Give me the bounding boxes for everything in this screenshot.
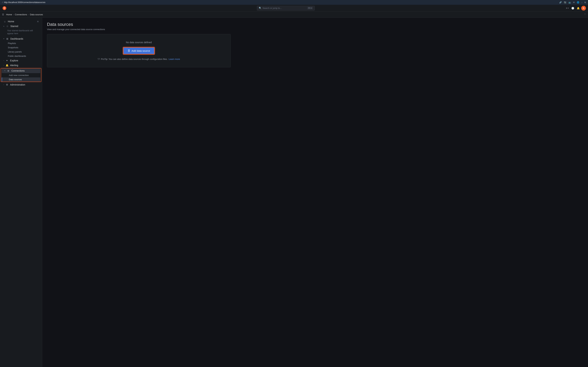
sidebar-add-connection-label: Add new connection [9,74,29,76]
sidebar-playlists-label: Playlists [8,42,16,45]
sidebar-item-explore[interactable]: › ✦ Explore [1,58,41,63]
sidebar-item-data-sources[interactable]: Data sources [2,77,40,82]
breadcrumb-connections[interactable]: Connections [15,13,27,16]
browser-url: http://localhost:3000/connections/dataso… [4,1,45,4]
administration-arrow-icon: › [3,84,4,85]
sidebar-item-dashboards[interactable]: ▾ ⊞ Dashboards [1,36,41,41]
dashboards-icon: ⊞ [6,37,9,40]
browser-bar-right: 🔗 📷 📺 ✉ 🌐 ↓ ⧉ [559,1,586,4]
sidebar-dashboards-label: Dashboards [10,37,23,40]
empty-state-text: No data sources defined [126,41,152,44]
connections-arrow-icon: ▾ [4,70,5,72]
protip-shield-icon: 🛡 [98,58,100,60]
home-toggle-icon: ⊞ [37,20,39,23]
explore-arrow-icon: › [3,59,4,61]
sidebar: ⌂ Home ⊞ ▾ ☆ Starred Your starred dashbo… [0,18,42,367]
sidebar-item-alerting[interactable]: › 🔔 Alerting [1,63,41,68]
sidebar-snapshots-label: Snapshots [8,46,18,49]
page-title: Data sources [47,22,583,27]
connections-icon: ⊕ [7,69,10,72]
starred-empty-note: Your starred dashboards will appear here [0,29,42,36]
breadcrumb-sep-2: › [28,13,29,16]
top-nav: 🔍 Search or jump to... ⌘+k + ▾ 🕐 🔔 G [0,5,588,12]
sidebar-starred-label: Starred [10,25,18,28]
main-layout: ⌂ Home ⊞ ▾ ☆ Starred Your starred dashbo… [0,18,588,367]
learn-more-link[interactable]: Learn more [169,58,180,60]
browser-icon-2: 📷 [564,1,566,4]
add-button[interactable]: + ▾ [565,6,570,10]
sidebar-connections-section: ▾ ⊕ Connections Add new connection Data … [1,68,41,82]
notification-button[interactable]: 🔔 [576,6,580,10]
empty-state-card: No data sources defined 🗄 Add data sourc… [47,34,231,67]
search-shortcut: ⌘+k [307,7,313,9]
menu-icon[interactable]: ☰ [2,13,4,16]
page-subtitle: View and manage your connected data sour… [47,28,583,31]
sidebar-item-playlists[interactable]: Playlists [1,41,41,45]
main-content: Data sources View and manage your connec… [42,18,588,367]
protip: 🛡 ProTip: You can also define data sourc… [98,58,180,60]
sidebar-alerting-label: Alerting [10,64,18,67]
sidebar-connections-label: Connections [11,69,25,72]
search-placeholder: Search or jump to... [262,7,282,9]
breadcrumb-sep-1: › [13,13,14,16]
database-icon: 🗄 [128,49,130,52]
sidebar-explore-label: Explore [10,59,18,62]
add-datasource-button[interactable]: 🗄 Add data source [123,47,155,54]
sidebar-item-connections[interactable]: ▾ ⊕ Connections [2,68,40,73]
browser-info-icon: i [2,1,3,4]
sidebar-item-add-new-connection[interactable]: Add new connection [2,73,40,77]
collapse-button[interactable]: ⌃ [584,13,586,16]
protip-text: ProTip: You can also define data sources… [101,58,168,60]
sidebar-home-label: Home [8,20,14,23]
star-icon: ☆ [6,25,9,28]
sidebar-public-dashboards-label: Public dashboards [8,55,26,57]
administration-icon: ⚙ [6,83,8,86]
starred-arrow-icon: ▾ [3,25,4,27]
alerting-icon: 🔔 [6,64,8,67]
grafana-logo[interactable] [2,6,7,10]
sidebar-item-snapshots[interactable]: Snapshots [1,45,41,50]
browser-icon-5: 🌐 [577,1,579,4]
search-icon: 🔍 [259,7,261,9]
nav-search: 🔍 Search or jump to... ⌘+k [8,6,563,10]
browser-icon-6: ↓ [581,1,582,4]
sidebar-data-sources-label: Data sources [9,78,22,81]
browser-icon-3: 📺 [568,1,571,4]
svg-point-2 [4,7,5,8]
dashboards-arrow-icon: ▾ [3,38,4,40]
sidebar-item-home[interactable]: ⌂ Home ⊞ [1,19,41,24]
browser-icon-7: ⧉ [584,1,586,4]
browser-icon-1: 🔗 [559,1,562,4]
breadcrumb-home[interactable]: Home [6,13,12,16]
search-box[interactable]: 🔍 Search or jump to... ⌘+k [257,6,315,10]
home-icon: ⌂ [3,20,6,23]
clock-button[interactable]: 🕐 [570,6,575,10]
sidebar-item-library-panels[interactable]: Library panels [1,50,41,54]
sidebar-item-starred[interactable]: ▾ ☆ Starred [1,24,41,29]
browser-bar: i http://localhost:3000/connections/data… [0,0,588,5]
alerting-arrow-icon: › [3,64,4,66]
sidebar-item-administration[interactable]: › ⚙ Administration [1,82,41,87]
sidebar-item-public-dashboards[interactable]: Public dashboards [1,54,41,58]
explore-icon: ✦ [6,59,8,62]
nav-right: + ▾ 🕐 🔔 G [565,6,586,10]
browser-icon-4: ✉ [573,1,575,4]
user-avatar-button[interactable]: G [581,6,586,10]
add-datasource-label: Add data source [132,49,150,52]
sidebar-library-panels-label: Library panels [8,50,22,53]
sidebar-administration-label: Administration [10,83,25,86]
breadcrumb-bar: ☰ Home › Connections › Data sources ⌃ [0,12,588,18]
breadcrumb-current: Data sources [30,13,43,16]
